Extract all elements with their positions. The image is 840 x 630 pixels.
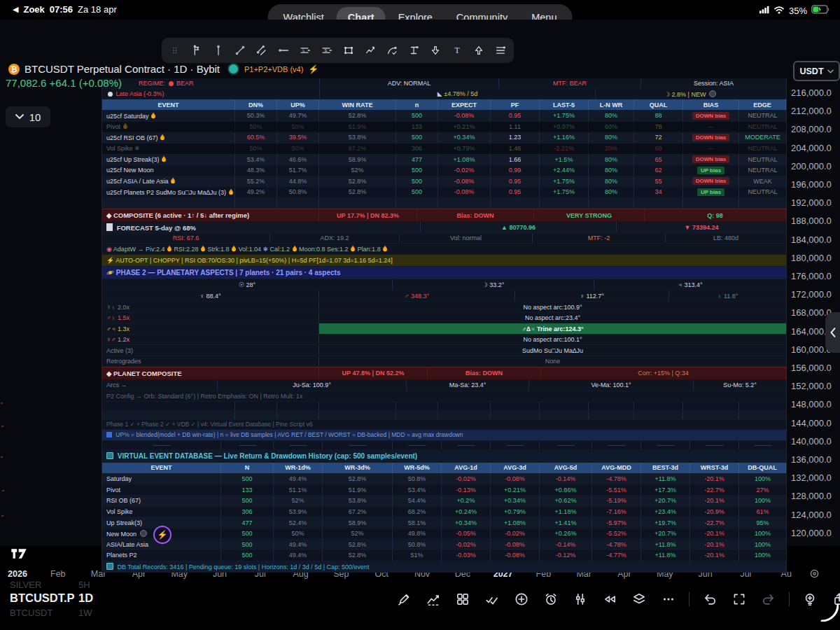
adaptive-weights-row: ◉ AdaptW → Piv:2.4 RSI:2.28 Strk:1.8 Vol… bbox=[102, 244, 786, 255]
jupiter-degree: ♃ 313.4° bbox=[678, 281, 702, 288]
more-ellipsis-icon[interactable] bbox=[660, 591, 677, 608]
axis-settings-gear-icon[interactable] bbox=[808, 568, 820, 582]
trend-line-icon[interactable] bbox=[234, 44, 246, 57]
corner-swipe-indicator bbox=[820, 603, 839, 624]
table-cell: +20.7% bbox=[641, 528, 690, 539]
currency-selector[interactable]: USDT bbox=[793, 61, 840, 81]
text-tool-icon[interactable]: T bbox=[451, 44, 463, 57]
table-cell: 55 bbox=[634, 176, 683, 187]
table-cell: 80% bbox=[589, 187, 634, 197]
indicators-icon[interactable] bbox=[425, 591, 442, 608]
indicator-logo-lightning[interactable]: ⚡ bbox=[153, 526, 172, 544]
add-circle-icon[interactable] bbox=[513, 591, 530, 608]
table-cell: 51% bbox=[393, 550, 442, 561]
table-cell: DOWN bias bbox=[683, 111, 739, 121]
layout-grid-icon[interactable] bbox=[454, 591, 471, 608]
table-cell: Planets P2 bbox=[102, 550, 221, 561]
flag-marker-icon[interactable] bbox=[190, 44, 203, 57]
table-cell: -20.1% bbox=[690, 539, 739, 550]
table-cell: NEUTRAL bbox=[739, 154, 786, 164]
table-cell: +2.44% bbox=[540, 165, 589, 176]
bitcoin-icon: ₿ bbox=[8, 64, 20, 75]
late-asia-label: Late Asia (-0.3%) bbox=[106, 90, 164, 97]
watchlist-item-silver[interactable]: SILVER5H bbox=[10, 580, 90, 590]
table-cell: 49.8% bbox=[393, 528, 442, 539]
table-cell: -0.08% bbox=[438, 111, 491, 121]
wifi-icon bbox=[774, 6, 785, 16]
brush-icon[interactable] bbox=[386, 44, 398, 57]
fullscreen-icon[interactable] bbox=[731, 591, 748, 608]
candle-sliders-icon[interactable] bbox=[572, 591, 589, 608]
table-cell: 49.4% bbox=[274, 474, 323, 484]
table-cell: +1.75% bbox=[540, 111, 589, 121]
arrow-up-marker-icon[interactable] bbox=[472, 44, 485, 57]
vdb-footer-row: DB Total Records: 3416 | Pending queue: … bbox=[102, 561, 786, 573]
symbol-title[interactable]: BTCUSDT Perpetual Contract · 1D · Bybit bbox=[24, 63, 220, 75]
ipad-slideover-handle[interactable] bbox=[825, 312, 840, 353]
retrogrades-row: Retrogrades None bbox=[102, 356, 786, 367]
alarm-clock-icon[interactable] bbox=[542, 591, 559, 608]
watchlist-item-btcusdt.p[interactable]: BTCUSDT.P1D bbox=[10, 592, 93, 605]
horizontal-ray-icon[interactable] bbox=[277, 44, 290, 57]
aspect-value: No aspect arc:100.1° bbox=[523, 336, 582, 343]
drag-handle-icon[interactable] bbox=[169, 44, 181, 57]
watchlist-timeframe: 5H bbox=[78, 580, 90, 590]
undo-icon[interactable] bbox=[701, 591, 718, 608]
active-value: SudMo Su□Ju Ma∆Ju bbox=[522, 347, 583, 354]
table-cell: Vol Spike bbox=[102, 507, 221, 517]
composite-row: ◆ COMPOSITE (6 active · 1↑ / 5↓ after re… bbox=[102, 209, 786, 222]
vertical-line-icon[interactable] bbox=[212, 44, 225, 57]
column-header: BIAS bbox=[683, 99, 739, 110]
table-cell: Vol Spike ❄ bbox=[102, 144, 235, 154]
price-axis-label: 132,000.0 bbox=[791, 472, 837, 482]
draw-pencil-icon[interactable] bbox=[396, 591, 412, 608]
fib-retracement-icon[interactable] bbox=[494, 44, 507, 57]
table-cell: 62 bbox=[634, 165, 683, 176]
ideas-bulb-icon[interactable] bbox=[802, 591, 818, 608]
table-cell: NEUTRAL bbox=[739, 111, 786, 121]
long-position-icon[interactable]: L bbox=[299, 44, 312, 57]
polyline-icon[interactable] bbox=[364, 44, 377, 57]
table-cell: -2.21% bbox=[540, 144, 589, 154]
table-cell: +23.4% bbox=[641, 507, 690, 517]
table-cell bbox=[438, 402, 491, 410]
table-cell: WEAK bbox=[739, 176, 786, 187]
phase2-title: PHASE 2 — PLANETARY ASPECTS | 7 planets … bbox=[106, 269, 340, 276]
aspect-pair-label: ♀♂ 1.2x bbox=[106, 336, 130, 343]
table-cell: UP bias bbox=[683, 187, 739, 197]
rectangle-icon[interactable] bbox=[342, 44, 355, 57]
table-cell: ——— bbox=[739, 441, 786, 449]
tradingview-logo[interactable] bbox=[8, 547, 29, 563]
back-to-app-icon[interactable]: ◀ bbox=[13, 5, 18, 14]
watchlist-item-btcusdt[interactable]: BTCUSDT1W bbox=[10, 608, 92, 618]
back-to-app-label[interactable]: Zoek bbox=[23, 4, 44, 15]
redo-icon[interactable] bbox=[760, 591, 777, 608]
svg-text:T: T bbox=[454, 46, 459, 55]
planet-composite-title: ◆ PLANET COMPOSITE bbox=[106, 370, 182, 377]
table-cell: 50% bbox=[277, 144, 319, 154]
watchlist-symbol: BTCUSDT.P bbox=[10, 592, 78, 605]
bar-replay-icon[interactable] bbox=[601, 591, 618, 608]
price-axis-label: 184,000.0 bbox=[791, 234, 837, 244]
indicator-status-icon[interactable] bbox=[227, 63, 239, 75]
table-cell: u25cf New Moon bbox=[102, 165, 235, 176]
table-cell bbox=[102, 198, 235, 209]
layers-icon[interactable] bbox=[631, 591, 648, 608]
column-header: PF bbox=[491, 99, 540, 110]
bars-back-button[interactable]: 10 bbox=[6, 106, 50, 127]
table-cell: -5.97% bbox=[592, 517, 641, 528]
short-position-icon[interactable]: S bbox=[321, 44, 333, 57]
table-cell: Pivot bbox=[102, 122, 235, 132]
table-cell bbox=[277, 402, 319, 410]
script-badge[interactable]: P1+P2+VDB (v4) bbox=[244, 65, 303, 74]
price-range-icon[interactable] bbox=[407, 44, 420, 57]
table-cell: 500 bbox=[396, 165, 438, 176]
table-cell bbox=[540, 411, 589, 419]
table-cell: 100% bbox=[739, 474, 786, 484]
compare-arrows-icon[interactable] bbox=[484, 591, 500, 608]
parallel-channel-icon[interactable] bbox=[255, 44, 268, 57]
price-axis-label: 124,000.0 bbox=[791, 510, 837, 519]
table-cell: ——— bbox=[690, 441, 739, 449]
arrow-down-marker-icon[interactable] bbox=[429, 44, 442, 57]
column-header: BEST-3d bbox=[641, 463, 690, 473]
